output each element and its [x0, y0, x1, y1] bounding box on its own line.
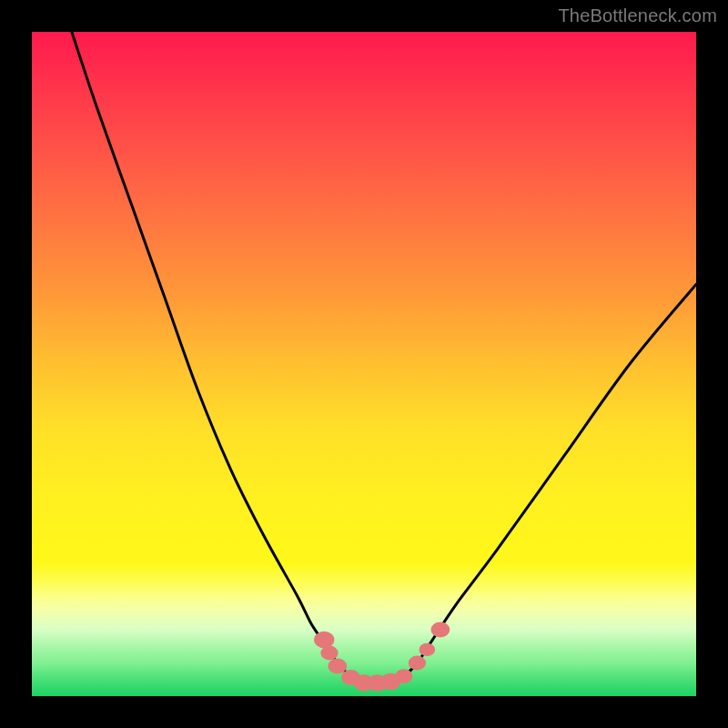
curve-marker	[320, 646, 338, 661]
watermark-text: TheBottleneck.com	[558, 5, 717, 26]
curve-marker	[409, 656, 426, 671]
curve-marker	[395, 669, 412, 683]
curve-marker	[431, 622, 450, 638]
plot-area	[32, 32, 696, 696]
curve-markers	[314, 622, 450, 692]
curve-marker	[328, 659, 347, 674]
bottleneck-curve	[72, 32, 696, 683]
curve-marker	[420, 643, 436, 656]
curve-marker	[314, 632, 334, 648]
chart-svg	[32, 32, 696, 696]
chart-frame: TheBottleneck.com	[0, 0, 728, 728]
